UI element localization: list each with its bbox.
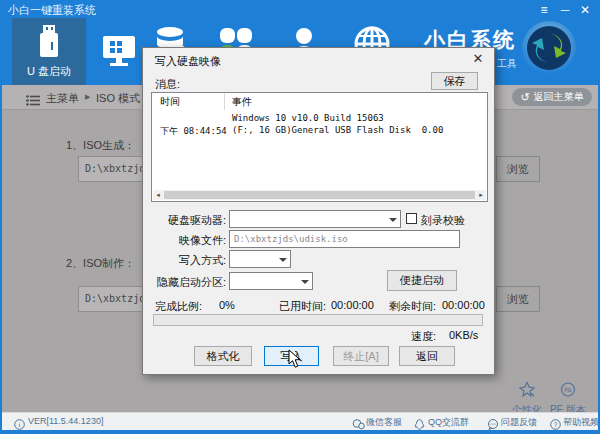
- svg-text:PE: PE: [564, 387, 572, 393]
- column-header-time: 时间: [160, 95, 180, 109]
- progress-value: 0%: [219, 299, 235, 311]
- log-row-event: Windows 10 v10.0 Build 15063: [232, 113, 384, 123]
- chevron-down-icon: [301, 280, 309, 284]
- window-close-icon[interactable]: ✕: [577, 3, 593, 17]
- message-label: 消息:: [155, 77, 180, 92]
- speed-value: 0KB/s: [449, 329, 478, 341]
- list-icon[interactable]: [26, 92, 40, 110]
- scrollbar-thumb[interactable]: [164, 191, 475, 199]
- speed-label: 速度:: [411, 329, 436, 344]
- wechat-support-link[interactable]: 微信客服: [366, 416, 402, 429]
- return-button[interactable]: 返回: [399, 346, 455, 366]
- sparkle-icon: [519, 383, 535, 400]
- log-row-event: (F:, 16 GB)General USB Flash Disk 0.00: [232, 125, 443, 135]
- horizontal-scrollbar[interactable]: ◂ ▸: [153, 190, 486, 200]
- event-log-table[interactable]: 时间 事件 Windows 10 v10.0 Build 15063 下午 08…: [151, 92, 488, 202]
- verify-label: 刻录校验: [421, 213, 465, 228]
- write-disk-image-dialog: 写入硬盘映像 ✕ 消息: 保存 时间 事件 Windows 10 v10.0 B…: [142, 47, 495, 375]
- svg-text:?: ?: [554, 421, 558, 428]
- back-to-main-menu-button[interactable]: ↺ 返回主菜单: [512, 88, 592, 106]
- window-edge-left: [0, 85, 2, 434]
- scroll-left-icon[interactable]: ◂: [153, 190, 163, 200]
- dialog-close-icon[interactable]: ✕: [470, 51, 486, 66]
- write-method-select[interactable]: USB-HDD+: [229, 250, 291, 268]
- write-method-label: 写入方式:: [153, 253, 226, 268]
- back-button-label: 返回主菜单: [534, 90, 584, 104]
- log-row-time: 下午 08:44:54: [160, 125, 227, 138]
- feedback-link[interactable]: 问题反馈: [501, 416, 537, 429]
- svg-text:i: i: [19, 421, 21, 429]
- monitor-icon: [101, 34, 137, 70]
- format-button[interactable]: 格式化: [194, 346, 252, 366]
- nav-tab-label: U 盘启动: [27, 64, 71, 79]
- remaining-value: 00:00:00: [442, 299, 485, 311]
- brand-logo: [522, 21, 576, 75]
- iso-make-browse-button[interactable]: 浏览: [496, 286, 540, 312]
- hidden-partition-select[interactable]: 无: [229, 272, 313, 290]
- breadcrumb-arrow-icon: ▶: [85, 93, 90, 101]
- drive-label: 硬盘驱动器:: [153, 213, 226, 228]
- elapsed-value: 00:00:00: [331, 299, 374, 311]
- iso-make-label: 2、ISO制作：: [66, 256, 135, 271]
- iso-generate-label: 1、ISO生成：: [66, 138, 135, 153]
- image-file-input[interactable]: D:\xbxtzjds\udisk.iso: [229, 230, 460, 248]
- breadcrumb-root[interactable]: 主菜单: [46, 91, 79, 106]
- column-divider: [224, 93, 225, 110]
- logo-swirl-icon: [527, 26, 571, 70]
- drive-select[interactable]: (F:, 16 GB)General USB Flash Disk 0.00: [229, 210, 401, 228]
- column-header-event: 事件: [232, 95, 252, 109]
- minimize-icon[interactable]: ─: [557, 3, 573, 17]
- progress-label: 完成比例:: [155, 299, 202, 314]
- window-edge-bottom: [0, 430, 600, 434]
- usb-drive-icon: [34, 24, 64, 60]
- menu-icon[interactable]: ≡: [536, 3, 552, 17]
- image-file-label: 映像文件:: [153, 233, 226, 248]
- breadcrumb-current: ISO 模式: [96, 91, 140, 106]
- back-arrow-icon: ↺: [520, 91, 529, 104]
- scroll-right-icon[interactable]: ▸: [476, 190, 486, 200]
- chevron-down-icon: [279, 258, 287, 262]
- qq-group-link[interactable]: QQ交流群: [428, 416, 469, 429]
- version-text: VER[11.5.44.1230]: [28, 416, 103, 426]
- nav-tab-usb-boot[interactable]: U 盘启动: [12, 18, 86, 85]
- app-window: 小白一键重装系统 ≡ ─ ✕ U 盘启动: [0, 0, 600, 434]
- chevron-down-icon: [389, 218, 397, 222]
- hidden-partition-label: 隐藏启动分区:: [153, 275, 226, 290]
- write-progress-bar: [153, 314, 483, 326]
- pe-circle-icon: PE: [560, 383, 576, 400]
- status-bar: i VER[11.5.44.1230] 微信客服 QQ交流群 问题反馈 ? 帮助…: [0, 412, 600, 430]
- brand-subtitle: 工具: [497, 57, 517, 71]
- remaining-label: 剩余时间:: [389, 299, 436, 314]
- save-button[interactable]: 保存: [431, 72, 478, 90]
- abort-button: 终止[A]: [333, 346, 389, 366]
- mouse-cursor-icon: [288, 349, 302, 373]
- help-video-link[interactable]: 帮助视频: [563, 416, 599, 429]
- iso-generate-browse-button[interactable]: 浏览: [496, 156, 540, 182]
- window-title: 小白一键重装系统: [8, 3, 96, 18]
- elapsed-label: 已用时间:: [279, 299, 326, 314]
- verify-checkbox[interactable]: [406, 213, 417, 224]
- dialog-title: 写入硬盘映像: [155, 54, 221, 69]
- convenient-boot-button[interactable]: 便捷启动: [387, 270, 457, 291]
